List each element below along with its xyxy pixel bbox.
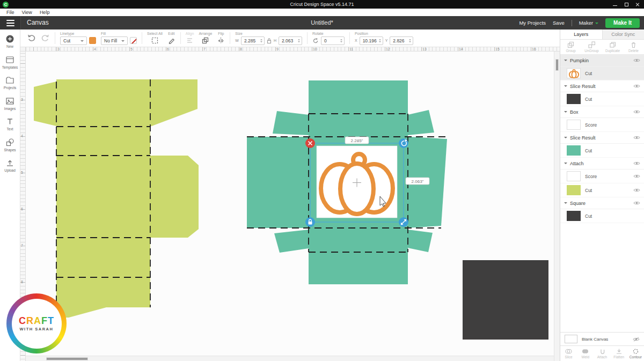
layer-row-slice2-cut[interactable]: Cut — [560, 144, 644, 158]
chevron-down-icon — [564, 60, 567, 63]
layer-linetype-label: Cut — [585, 213, 592, 219]
chevron-down-icon — [121, 40, 125, 43]
layer-group-pumpkin[interactable]: Pumpkin — [560, 55, 644, 67]
horizontal-ruler: 3 4 5 6 7 8 9 10 11 12 13 14 15 16 — [26, 47, 560, 51]
contour-button[interactable]: Contour — [627, 348, 644, 359]
linetype-dropdown[interactable]: Cut — [60, 36, 87, 45]
make-it-button[interactable]: Make It — [605, 18, 640, 28]
layer-group-square[interactable]: Square — [560, 197, 644, 209]
layer-group-slice-result-1[interactable]: Slice Result — [560, 80, 644, 92]
eye-icon[interactable] — [633, 135, 640, 140]
linetype-label: Linetype — [60, 32, 96, 35]
minimize-icon[interactable] — [613, 2, 617, 6]
layer-row-slice1-cut[interactable]: Cut — [560, 92, 644, 106]
tab-color-sync[interactable]: Color Sync — [602, 30, 644, 39]
rotate-stepper[interactable]: 0 — [321, 36, 345, 45]
height-label: H — [274, 39, 276, 42]
sidebar-item-images[interactable]: Images — [4, 97, 16, 110]
flatten-button[interactable]: Flatten — [611, 348, 627, 359]
align-button[interactable]: Align — [186, 32, 194, 45]
chevron-down-icon — [564, 85, 567, 89]
linetype-color-swatch[interactable] — [89, 37, 96, 44]
ruler-number: 5 — [21, 171, 23, 174]
scrollbar-thumb[interactable] — [555, 59, 559, 71]
selection-height-label: 2.063" — [406, 178, 429, 185]
fill-label: Fill — [101, 32, 137, 35]
canvas-area[interactable]: 2.285" 2.063" — [26, 51, 560, 361]
ungroup-button[interactable]: UnGroup — [581, 41, 602, 53]
attach-button[interactable]: Attach — [594, 348, 610, 359]
tab-layers[interactable]: Layers — [560, 30, 602, 39]
dark-square-shape[interactable] — [463, 260, 548, 340]
fill-dropdown[interactable]: No Fill — [101, 36, 128, 45]
blank-canvas-row[interactable]: Blank Canvas — [560, 332, 644, 345]
menu-help[interactable]: Help — [36, 10, 54, 15]
rotate-handle[interactable] — [399, 138, 408, 148]
width-stepper[interactable]: 2.285 — [241, 36, 265, 45]
close-icon[interactable] — [635, 2, 640, 6]
layer-row-attach-cut[interactable]: Cut — [560, 183, 644, 197]
delete-handle[interactable] — [305, 138, 315, 148]
weld-button[interactable]: Weld — [577, 348, 594, 359]
weld-icon — [581, 348, 589, 355]
olive-box-template[interactable] — [34, 79, 199, 318]
layer-group-slice-result-2[interactable]: Slice Result — [560, 132, 644, 144]
flip-button[interactable]: Flip — [217, 32, 225, 45]
upload-icon — [5, 158, 14, 167]
eye-icon[interactable] — [633, 188, 640, 193]
slice-button[interactable]: Slice — [560, 348, 577, 359]
sidebar-item-shapes[interactable]: Shapes — [4, 138, 16, 152]
eye-icon[interactable] — [633, 109, 640, 114]
eye-icon[interactable] — [633, 161, 640, 166]
select-all-button[interactable]: Select All — [147, 32, 163, 45]
lock-handle[interactable] — [305, 217, 315, 227]
layer-group-box[interactable]: Box — [560, 106, 644, 118]
layer-row-attach-score[interactable]: Score — [560, 170, 644, 183]
hamburger-menu-icon[interactable] — [0, 16, 21, 30]
layer-linetype-label: Cut — [585, 71, 592, 76]
save-link[interactable]: Save — [553, 20, 565, 26]
sidebar-item-templates[interactable]: Templates — [2, 55, 18, 69]
layer-row-box-score[interactable]: Score — [560, 118, 644, 132]
sidebar-item-projects[interactable]: Projects — [4, 76, 16, 90]
my-projects-link[interactable]: My Projects — [519, 20, 546, 26]
aspect-lock-icon[interactable] — [267, 38, 272, 44]
eye-off-icon[interactable] — [633, 337, 640, 342]
eye-icon[interactable] — [633, 174, 640, 179]
horizontal-scrollbar[interactable] — [26, 356, 554, 361]
position-y-stepper[interactable]: 2.826 — [390, 36, 413, 45]
menu-view[interactable]: View — [18, 10, 36, 15]
y-label: Y — [385, 39, 388, 42]
redo-button[interactable] — [40, 33, 50, 43]
scrollbar-thumb[interactable] — [46, 357, 88, 360]
eye-icon[interactable] — [633, 58, 640, 63]
eye-icon[interactable] — [633, 84, 640, 89]
resize-handle[interactable] — [399, 217, 408, 227]
layers-panel: Layers Color Sync Group UnGroup Duplicat… — [560, 30, 644, 361]
project-title[interactable]: Untitled* — [311, 16, 333, 30]
layer-group-attach[interactable]: Attach — [560, 158, 644, 170]
layer-row-pumpkin-cut[interactable]: Cut — [560, 67, 644, 80]
chevron-down-icon — [564, 202, 567, 205]
menu-file[interactable]: File — [3, 10, 18, 15]
eye-icon[interactable] — [633, 201, 640, 205]
arrange-icon — [201, 36, 209, 45]
machine-selector[interactable]: Maker — [579, 20, 598, 26]
vertical-scrollbar[interactable] — [554, 51, 560, 361]
layer-row-square-cut[interactable]: Cut — [560, 209, 644, 223]
layer-group-name: Slice Result — [570, 84, 596, 89]
height-stepper[interactable]: 2.063 — [279, 36, 302, 45]
undo-button[interactable] — [27, 33, 36, 43]
position-x-stepper[interactable]: 10.196 — [360, 36, 383, 45]
sidebar-item-text[interactable]: Text — [5, 117, 14, 131]
duplicate-button[interactable]: Duplicate — [602, 41, 623, 53]
no-fill-swatch[interactable] — [130, 37, 137, 44]
group-button[interactable]: Group — [560, 41, 581, 53]
blank-canvas-label: Blank Canvas — [582, 337, 608, 342]
maximize-icon[interactable] — [624, 2, 628, 6]
delete-button[interactable]: Delete — [623, 41, 644, 53]
edit-button[interactable]: Edit — [167, 32, 175, 45]
arrange-button[interactable]: Arrange — [199, 32, 212, 45]
sidebar-item-new[interactable]: New — [5, 34, 14, 48]
sidebar-item-upload[interactable]: Upload — [4, 158, 16, 172]
